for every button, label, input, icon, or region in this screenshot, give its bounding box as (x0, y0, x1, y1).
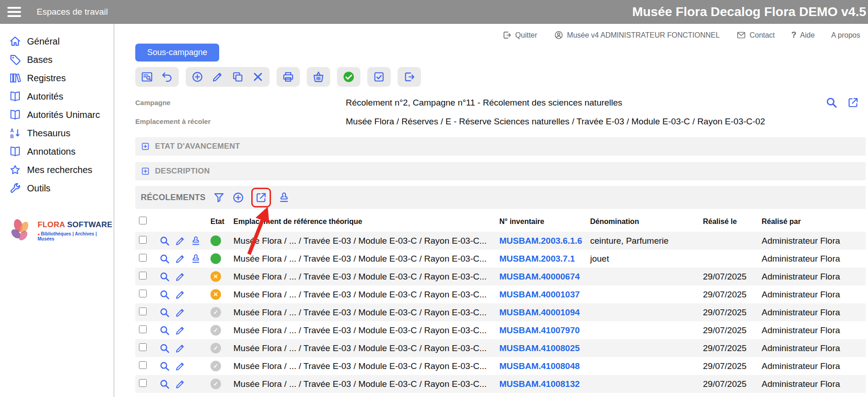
edit-button[interactable] (175, 271, 186, 282)
stamp-button[interactable] (190, 253, 201, 264)
cell-emplacement: Musée Flora / ... / Travée E-03 / Module… (230, 308, 496, 318)
col-header-realise-le: Réalisé le (699, 218, 758, 226)
basket-button[interactable] (312, 71, 325, 83)
plus-circle-button[interactable] (232, 191, 244, 204)
open-in-new-button[interactable] (251, 188, 271, 207)
view-button[interactable] (159, 361, 170, 372)
stamp-button[interactable] (190, 235, 201, 246)
cell-realise-par: Administrateur Flora (758, 343, 866, 353)
tab-sous-campagne[interactable]: Sous-campagne (135, 44, 219, 62)
filter-button[interactable] (213, 191, 225, 204)
table-row: ✓ Musée Flora / ... / Travée E-03 / Modu… (135, 321, 866, 339)
open-in-new-icon[interactable] (847, 96, 859, 109)
cell-realise-par: Administrateur Flora (758, 236, 866, 246)
export-button[interactable] (403, 71, 415, 83)
table-row: ✓ Musée Flora / ... / Travée E-03 / Modu… (135, 303, 866, 321)
row-checkbox[interactable] (139, 290, 147, 297)
contact-link[interactable]: Contact (736, 30, 775, 40)
select-all-checkbox[interactable] (139, 217, 147, 224)
table-header-row: Etat Emplacement de référence théorique … (135, 212, 866, 232)
cell-realise-le: 29/07/2025 (699, 308, 758, 318)
cell-realise-par: Administrateur Flora (758, 325, 866, 335)
check-circle-button[interactable] (343, 71, 355, 83)
status-icon: ✓ (210, 343, 221, 353)
inventaire-link[interactable]: MUSBAM.2003.7.1 (499, 254, 575, 263)
view-button[interactable] (159, 307, 170, 318)
printer-button[interactable] (282, 71, 294, 83)
row-checkbox[interactable] (139, 325, 147, 333)
section-etat-avancement[interactable]: ETAT D'AVANCEMENT (135, 137, 866, 156)
plus-circle-button[interactable] (191, 71, 204, 83)
table-row: ✓ Musée Flora / ... / Travée E-03 / Modu… (135, 339, 866, 357)
close-button[interactable] (252, 71, 264, 83)
sidebar: GénéralBasesRegistresAutoritésAutorités … (0, 24, 114, 397)
inventaire-link[interactable]: MUSBAM.41008025 (499, 343, 580, 353)
col-header-inventaire: N° inventaire (496, 218, 586, 226)
view-button[interactable] (159, 253, 170, 264)
row-checkbox[interactable] (139, 272, 147, 280)
edit-button[interactable] (175, 325, 186, 336)
inventaire-link[interactable]: MUSBAM.41007970 (499, 325, 580, 335)
edit-button[interactable] (175, 253, 186, 264)
stamp-button[interactable] (278, 191, 290, 204)
edit-button[interactable] (175, 235, 186, 246)
view-button[interactable] (159, 289, 170, 300)
view-button[interactable] (159, 271, 170, 282)
inventaire-link[interactable]: MUSBAM.41008132 (499, 379, 580, 389)
sidebar-item-outils[interactable]: Outils (0, 179, 114, 197)
sidebar-item-autorites-unimarc[interactable]: Autorités Unimarc (0, 106, 114, 124)
sort-ab-icon: AB (9, 127, 21, 139)
cell-realise-par: Administrateur Flora (758, 290, 866, 300)
recolements-table: Etat Emplacement de référence théorique … (135, 212, 866, 393)
sidebar-item-annotations[interactable]: Annotations (0, 142, 114, 161)
row-checkbox[interactable] (139, 379, 147, 387)
edit-button[interactable] (175, 379, 186, 390)
a-propos-link[interactable]: A propos (831, 31, 860, 39)
edit-button[interactable] (175, 361, 186, 372)
expand-icon[interactable] (141, 142, 150, 151)
view-button[interactable] (159, 343, 170, 354)
row-checkbox[interactable] (139, 343, 147, 351)
stamp-icon (278, 191, 290, 204)
form-search-button[interactable] (141, 71, 153, 83)
inventaire-link[interactable]: MUSBAM.40000674 (499, 272, 580, 281)
row-checkbox[interactable] (139, 361, 147, 369)
row-checkbox[interactable] (139, 236, 147, 244)
cell-realise-le: 29/07/2025 (699, 361, 758, 371)
view-button[interactable] (159, 379, 170, 390)
toolbar-group (135, 67, 179, 87)
sidebar-item-autorites[interactable]: Autorités (0, 87, 114, 106)
quitter-link[interactable]: Quitter (502, 30, 537, 40)
inventaire-link[interactable]: MUSBAM.40001037 (499, 290, 580, 299)
user-link[interactable]: Musée v4 ADMINISTRATEUR FONCTIONNEL (554, 30, 720, 40)
section-description[interactable]: DESCRIPTION (135, 162, 866, 180)
edit-button[interactable] (175, 289, 186, 300)
expand-icon[interactable] (141, 167, 150, 176)
pencil-button[interactable] (211, 71, 224, 83)
copy-button[interactable] (232, 71, 244, 83)
menu-icon[interactable] (7, 5, 21, 19)
edit-button[interactable] (175, 343, 186, 354)
sidebar-item-registres[interactable]: Registres (0, 69, 114, 87)
checkbox-checked-button[interactable] (373, 71, 385, 83)
inventaire-link[interactable]: MUSBAM.2003.6.1.6 (499, 236, 582, 246)
sidebar-item-bases[interactable]: Bases (0, 50, 114, 69)
view-button[interactable] (159, 235, 170, 246)
sidebar-item-thesaurus[interactable]: ABThesaurus (0, 124, 114, 142)
cell-realise-le: 29/07/2025 (699, 379, 758, 389)
toolbar (135, 67, 866, 87)
inventaire-link[interactable]: MUSBAM.41008048 (499, 361, 580, 371)
row-checkbox[interactable] (139, 254, 147, 262)
sidebar-item-mes-recherches[interactable]: Mes recherches (0, 161, 114, 179)
cell-realise-par: Administrateur Flora (758, 272, 866, 282)
sidebar-item-general[interactable]: Général (0, 32, 114, 50)
search-icon[interactable] (825, 96, 838, 109)
edit-button[interactable] (175, 307, 186, 318)
undo-button[interactable] (161, 71, 173, 83)
row-checkbox[interactable] (139, 308, 147, 315)
registers-icon (9, 72, 21, 84)
inventaire-link[interactable]: MUSBAM.40001094 (499, 308, 580, 317)
book-icon (9, 109, 21, 121)
aide-link[interactable]: ? Aide (791, 30, 815, 40)
view-button[interactable] (159, 325, 170, 336)
